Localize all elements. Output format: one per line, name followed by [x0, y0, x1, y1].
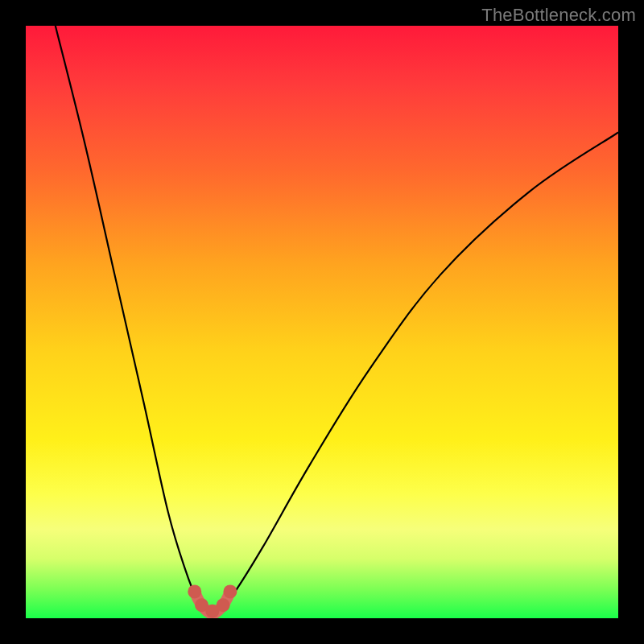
watermark-text: TheBottleneck.com	[481, 5, 636, 26]
optimal-marker-dot	[223, 584, 237, 598]
optimal-marker-dot	[217, 598, 230, 612]
curve-left-branch	[56, 26, 207, 613]
chart-stage: TheBottleneck.com	[0, 0, 644, 644]
curve-layer	[26, 26, 618, 618]
optimal-marker-dot	[188, 584, 201, 598]
curve-right-branch	[218, 132, 618, 612]
plot-area	[26, 26, 618, 618]
